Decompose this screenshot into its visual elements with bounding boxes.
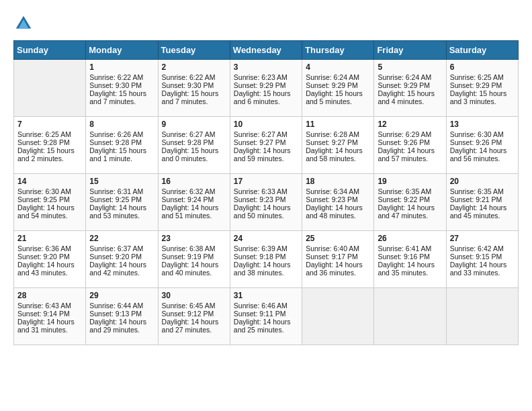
sunrise-text: Sunrise: 6:23 AM [234,73,298,81]
sunrise-text: Sunrise: 6:22 AM [162,73,226,81]
sunset-text: Sunset: 9:27 PM [234,138,298,146]
sunset-text: Sunset: 9:20 PM [89,253,154,261]
sunrise-text: Sunrise: 6:45 AM [162,302,226,310]
calendar-cell: 7Sunrise: 6:25 AMSunset: 9:28 PMDaylight… [14,117,86,174]
calendar-cell: 27Sunrise: 6:42 AMSunset: 9:15 PMDayligh… [446,231,518,288]
day-number: 31 [234,291,298,300]
sunrise-text: Sunrise: 6:24 AM [306,73,370,81]
sunset-text: Sunset: 9:28 PM [17,138,82,146]
day-number: 22 [89,234,154,243]
calendar-table: SundayMondayTuesdayWednesdayThursdayFrid… [13,40,519,345]
calendar-cell: 21Sunrise: 6:36 AMSunset: 9:20 PMDayligh… [14,231,86,288]
daylight-text: Daylight: 15 hours and 7 minutes. [89,89,154,105]
daylight-text: Daylight: 14 hours and 36 minutes. [306,261,370,277]
weekday-header: Wednesday [230,41,302,60]
daylight-text: Daylight: 14 hours and 58 minutes. [306,146,370,163]
daylight-text: Daylight: 15 hours and 2 minutes. [17,146,82,163]
day-number: 1 [89,62,154,72]
calendar-cell [14,60,86,117]
calendar-cell: 11Sunrise: 6:28 AMSunset: 9:27 PMDayligh… [302,117,374,174]
day-number: 27 [450,234,515,243]
sunrise-text: Sunrise: 6:26 AM [89,130,154,138]
calendar-cell: 10Sunrise: 6:27 AMSunset: 9:27 PMDayligh… [230,117,302,174]
day-number: 6 [450,62,515,72]
sunrise-text: Sunrise: 6:46 AM [234,302,298,310]
day-number: 30 [162,291,226,300]
sunset-text: Sunset: 9:25 PM [89,195,154,203]
sunrise-text: Sunrise: 6:38 AM [162,244,226,253]
daylight-text: Daylight: 14 hours and 29 minutes. [89,318,154,334]
calendar-cell: 31Sunrise: 6:46 AMSunset: 9:11 PMDayligh… [230,288,302,345]
sunrise-text: Sunrise: 6:32 AM [162,187,226,195]
calendar-cell: 8Sunrise: 6:26 AMSunset: 9:28 PMDaylight… [86,117,158,174]
calendar-cell: 9Sunrise: 6:27 AMSunset: 9:28 PMDaylight… [158,117,230,174]
calendar-cell: 14Sunrise: 6:30 AMSunset: 9:25 PMDayligh… [14,174,86,231]
weekday-header: Friday [374,41,446,60]
calendar-cell: 28Sunrise: 6:43 AMSunset: 9:14 PMDayligh… [14,288,86,345]
sunrise-text: Sunrise: 6:37 AM [89,244,154,253]
daylight-text: Daylight: 14 hours and 27 minutes. [162,318,226,334]
calendar-cell: 1Sunrise: 6:22 AMSunset: 9:30 PMDaylight… [86,60,158,117]
weekday-header: Sunday [14,41,86,60]
calendar-week-row: 21Sunrise: 6:36 AMSunset: 9:20 PMDayligh… [14,231,519,288]
daylight-text: Daylight: 14 hours and 50 minutes. [234,203,298,220]
logo-icon [13,13,34,34]
sunset-text: Sunset: 9:29 PM [378,81,442,89]
calendar-cell: 25Sunrise: 6:40 AMSunset: 9:17 PMDayligh… [302,231,374,288]
sunset-text: Sunset: 9:29 PM [450,81,515,89]
daylight-text: Daylight: 14 hours and 42 minutes. [89,261,154,277]
sunset-text: Sunset: 9:23 PM [306,195,370,203]
day-number: 3 [234,62,298,72]
daylight-text: Daylight: 14 hours and 51 minutes. [162,203,226,220]
day-number: 8 [89,120,154,129]
day-number: 29 [89,291,154,300]
sunset-text: Sunset: 9:28 PM [162,138,226,146]
daylight-text: Daylight: 15 hours and 0 minutes. [162,146,226,163]
day-number: 28 [17,291,82,300]
day-number: 12 [378,120,442,129]
day-number: 2 [162,62,226,72]
calendar-cell: 24Sunrise: 6:39 AMSunset: 9:18 PMDayligh… [230,231,302,288]
sunset-text: Sunset: 9:12 PM [162,310,226,318]
sunrise-text: Sunrise: 6:27 AM [234,130,298,138]
day-number: 9 [162,120,226,129]
daylight-text: Daylight: 14 hours and 43 minutes. [17,261,82,277]
calendar-cell: 5Sunrise: 6:24 AMSunset: 9:29 PMDaylight… [374,60,446,117]
sunset-text: Sunset: 9:20 PM [17,253,82,261]
sunset-text: Sunset: 9:29 PM [234,81,298,89]
sunset-text: Sunset: 9:11 PM [234,310,298,318]
day-number: 14 [17,177,82,186]
daylight-text: Daylight: 14 hours and 31 minutes. [17,318,82,334]
calendar-cell: 4Sunrise: 6:24 AMSunset: 9:29 PMDaylight… [302,60,374,117]
sunrise-text: Sunrise: 6:42 AM [450,244,515,253]
sunset-text: Sunset: 9:13 PM [89,310,154,318]
sunrise-text: Sunrise: 6:44 AM [89,302,154,310]
sunrise-text: Sunrise: 6:40 AM [306,244,370,253]
day-number: 19 [378,177,442,186]
sunset-text: Sunset: 9:24 PM [162,195,226,203]
calendar-cell: 19Sunrise: 6:35 AMSunset: 9:22 PMDayligh… [374,174,446,231]
calendar-week-row: 1Sunrise: 6:22 AMSunset: 9:30 PMDaylight… [14,60,519,117]
day-number: 20 [450,177,515,186]
calendar-week-row: 7Sunrise: 6:25 AMSunset: 9:28 PMDaylight… [14,117,519,174]
daylight-text: Daylight: 14 hours and 35 minutes. [378,261,442,277]
daylight-text: Daylight: 15 hours and 3 minutes. [450,89,515,105]
daylight-text: Daylight: 14 hours and 33 minutes. [450,261,515,277]
sunset-text: Sunset: 9:19 PM [162,253,226,261]
sunset-text: Sunset: 9:18 PM [234,253,298,261]
sunset-text: Sunset: 9:30 PM [162,81,226,89]
sunset-text: Sunset: 9:14 PM [17,310,82,318]
calendar-cell: 2Sunrise: 6:22 AMSunset: 9:30 PMDaylight… [158,60,230,117]
calendar-week-row: 14Sunrise: 6:30 AMSunset: 9:25 PMDayligh… [14,174,519,231]
sunrise-text: Sunrise: 6:29 AM [378,130,442,138]
sunset-text: Sunset: 9:30 PM [89,81,154,89]
day-number: 11 [306,120,370,129]
daylight-text: Daylight: 14 hours and 56 minutes. [450,146,515,163]
sunset-text: Sunset: 9:25 PM [17,195,82,203]
sunrise-text: Sunrise: 6:31 AM [89,187,154,195]
sunrise-text: Sunrise: 6:34 AM [306,187,370,195]
calendar-cell: 15Sunrise: 6:31 AMSunset: 9:25 PMDayligh… [86,174,158,231]
calendar-cell [374,288,446,345]
sunrise-text: Sunrise: 6:30 AM [450,130,515,138]
daylight-text: Daylight: 14 hours and 45 minutes. [450,203,515,220]
